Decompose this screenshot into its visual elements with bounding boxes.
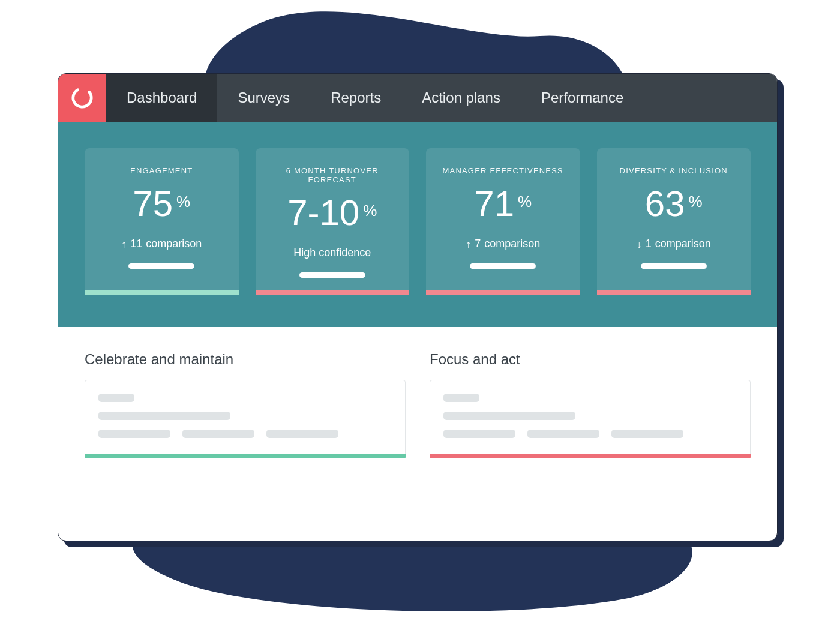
metric-band: ENGAGEMENT 75 % ↑ 11 comparison 6 MONTH …	[58, 122, 777, 327]
metric-value: 7-10	[287, 195, 359, 231]
metric-value-row: 63 %	[645, 186, 703, 222]
arrow-down-icon: ↓	[637, 239, 642, 250]
nav-tab-action-plans[interactable]: Action plans	[401, 74, 521, 122]
metric-progress-bar	[128, 263, 194, 269]
percent-icon: %	[689, 194, 703, 209]
arrow-up-icon: ↑	[466, 239, 471, 250]
percent-icon: %	[363, 203, 377, 218]
insight-row: Celebrate and maintain Focus and act	[58, 327, 777, 458]
nav-tab-surveys[interactable]: Surveys	[217, 74, 310, 122]
insight-underline	[430, 454, 751, 458]
placeholder-line	[98, 430, 170, 438]
metric-title: 6 MONTH TURNOVER FORECAST	[265, 166, 400, 184]
nav-tab-dashboard[interactable]: Dashboard	[106, 74, 217, 122]
metric-subtext: High confidence	[293, 247, 371, 259]
metric-sub-suffix: comparison	[146, 238, 202, 250]
metric-comparison: ↑ 11 comparison	[121, 238, 202, 250]
metric-value: 63	[645, 186, 685, 222]
metric-delta: 7	[475, 238, 481, 250]
placeholder-line	[182, 430, 254, 438]
placeholder-line	[443, 394, 479, 402]
metric-delta: 1	[646, 238, 652, 250]
placeholder-line	[611, 430, 683, 438]
navbar: Dashboard Surveys Reports Action plans P…	[58, 74, 777, 122]
placeholder-line	[266, 430, 338, 438]
placeholder-line	[443, 430, 515, 438]
svg-point-0	[71, 86, 94, 109]
app-window: Dashboard Surveys Reports Action plans P…	[58, 73, 778, 541]
insight-box[interactable]	[85, 380, 406, 454]
metric-value: 71	[474, 186, 514, 222]
metric-card-diversity-inclusion[interactable]: DIVERSITY & INCLUSION 63 % ↓ 1 compariso…	[597, 148, 751, 295]
arrow-up-icon: ↑	[121, 239, 127, 250]
insight-box[interactable]	[430, 380, 751, 454]
nav-tab-reports[interactable]: Reports	[310, 74, 401, 122]
metric-title: ENGAGEMENT	[130, 166, 193, 175]
metric-progress-bar	[299, 272, 365, 278]
metric-sub-suffix: comparison	[655, 238, 711, 250]
metric-progress-bar	[641, 263, 707, 269]
metric-sub-suffix: comparison	[484, 238, 540, 250]
metric-value-row: 75 %	[133, 186, 190, 222]
brand-logo-icon	[71, 86, 94, 109]
metric-sub-plain: High confidence	[293, 247, 371, 259]
metric-delta: 11	[130, 238, 142, 250]
metric-value-row: 7-10 %	[287, 195, 377, 231]
insight-title: Celebrate and maintain	[85, 351, 406, 368]
metric-card-engagement[interactable]: ENGAGEMENT 75 % ↑ 11 comparison	[85, 148, 239, 295]
insight-celebrate: Celebrate and maintain	[85, 351, 406, 458]
metric-title: DIVERSITY & INCLUSION	[620, 166, 728, 175]
insight-underline	[85, 454, 406, 458]
placeholder-line	[527, 430, 599, 438]
metric-card-manager-effectiveness[interactable]: MANAGER EFFECTIVENESS 71 % ↑ 7 compariso…	[426, 148, 580, 295]
insight-title: Focus and act	[430, 351, 751, 368]
placeholder-row	[98, 430, 392, 438]
metric-value-row: 71 %	[474, 186, 532, 222]
placeholder-line	[98, 394, 134, 402]
metric-comparison: ↓ 1 comparison	[637, 238, 711, 250]
metric-card-turnover[interactable]: 6 MONTH TURNOVER FORECAST 7-10 % High co…	[256, 148, 410, 295]
metric-title: MANAGER EFFECTIVENESS	[443, 166, 563, 175]
placeholder-row	[443, 430, 737, 438]
percent-icon: %	[176, 194, 190, 209]
metric-progress-bar	[470, 263, 536, 269]
placeholder-line	[443, 412, 575, 420]
nav-tab-performance[interactable]: Performance	[521, 74, 644, 122]
metric-value: 75	[133, 186, 173, 222]
placeholder-line	[98, 412, 230, 420]
insight-focus: Focus and act	[430, 351, 751, 458]
brand-logo[interactable]	[58, 74, 106, 122]
metric-comparison: ↑ 7 comparison	[466, 238, 540, 250]
percent-icon: %	[518, 194, 532, 209]
